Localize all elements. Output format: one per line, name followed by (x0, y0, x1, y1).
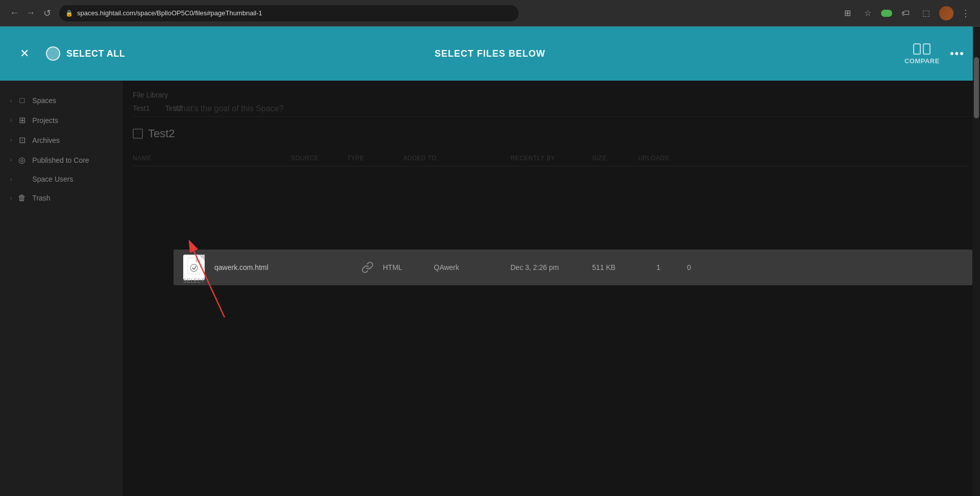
select-all-circle (46, 46, 60, 61)
published-icon: ◎ (17, 155, 27, 165)
compare-button[interactable]: COMPARE (904, 43, 940, 65)
arrow-icon: › (10, 137, 12, 143)
lock-icon: 🔒 (65, 10, 73, 17)
compare-icon (913, 43, 931, 55)
svg-rect-1 (923, 44, 930, 54)
content-area: File Library Test1 Test2 Test2 Name Sour… (122, 81, 980, 496)
project-title: Test2 (148, 127, 175, 140)
file-size: 511 KB (592, 263, 643, 271)
close-button[interactable]: ✕ (15, 44, 34, 63)
project-icon (133, 129, 143, 139)
browser-chrome: ← → ↺ 🔒 spaces.hightail.com/space/BplloO… (0, 0, 980, 27)
link-icon (352, 261, 383, 274)
sidebar-label-spaces: Spaces (32, 96, 56, 105)
file-owner: QAwerk (434, 263, 510, 271)
col-name: Name (133, 155, 286, 162)
address-bar[interactable]: 🔒 spaces.hightail.com/space/BplloOP5C0/f… (59, 5, 519, 21)
col-uploads: Uploads (638, 155, 679, 162)
extension-puzzle[interactable]: ⬚ (919, 6, 933, 20)
selection-toolbar: ✕ SELECT ALL SELECT FILES BELOW COMPARE … (0, 27, 980, 81)
col-size: Size (592, 155, 633, 162)
reload-button[interactable]: ↺ (41, 7, 53, 19)
arrow-icon: › (10, 117, 12, 123)
nav-buttons: ← → ↺ (8, 7, 53, 19)
avatar[interactable] (939, 6, 953, 20)
browser-actions: ⊞ ☆ 🏷 ⬚ ⋮ (840, 6, 972, 20)
url-text: spaces.hightail.com/space/BplloOP5C0/fil… (77, 9, 512, 17)
sidebar-item-archives[interactable]: › ⊡ Archives (0, 130, 122, 150)
trash-icon: 🗑 (17, 193, 27, 203)
file-library-label: File Library (133, 91, 970, 99)
arrow-icon: › (10, 195, 12, 201)
sidebar-label-trash: Trash (32, 194, 50, 202)
sidebar-item-published[interactable]: › ◎ Published to Core (0, 150, 122, 170)
arrow-icon: › (10, 98, 12, 104)
arrow-icon: › (10, 157, 12, 163)
select-files-label: SELECT FILES BELOW (434, 48, 545, 59)
sidebar-item-trash[interactable]: › 🗑 Trash (0, 188, 122, 208)
col-recently: Recently By (510, 155, 587, 162)
select-all-label: SELECT ALL (66, 48, 125, 59)
sidebar-label-projects: Projects (32, 116, 58, 125)
sidebar-item-projects[interactable]: › ⊞ Projects (0, 110, 122, 130)
file-row-container: SELECT qawerk.com.html HTML QAwerk Dec 3… (174, 250, 972, 285)
arrow-icon: › (10, 177, 12, 182)
forward-button[interactable]: → (24, 7, 37, 19)
table-header: Name Source Type Added To Recently By Si… (133, 151, 970, 166)
file-icon-area: SELECT (179, 252, 209, 283)
col-added: Added To (403, 155, 505, 162)
file-date: Dec 3, 2:26 pm (510, 263, 592, 271)
sidebar-label-space-users: Space Users (32, 175, 73, 183)
content-header: File Library Test1 Test2 Test2 Name Sour… (133, 91, 970, 166)
sidebar-item-spaces[interactable]: › □ Spaces (0, 91, 122, 110)
bookmark-icon[interactable]: ☆ (861, 6, 875, 20)
select-all-button[interactable]: SELECT ALL (46, 46, 125, 61)
project-title-row: Test2 (133, 127, 970, 140)
goal-placeholder: What's the goal of this Space? (174, 104, 284, 113)
file-comments: 0 (674, 263, 704, 271)
select-label: SELECT (183, 278, 205, 284)
translate-icon[interactable]: ⊞ (840, 6, 854, 20)
projects-icon: ⊞ (17, 115, 27, 125)
more-options-button[interactable]: ••• (950, 47, 965, 60)
scrollbar-thumb[interactable] (974, 57, 979, 118)
extension-tag[interactable]: 🏷 (898, 6, 913, 20)
back-button[interactable]: ← (8, 7, 20, 19)
col-type: Type (347, 155, 398, 162)
file-doc-icon (183, 255, 205, 280)
main-area: ✕ SELECT ALL SELECT FILES BELOW COMPARE … (0, 27, 980, 496)
tab-test1[interactable]: Test1 (133, 104, 150, 116)
sidebar-item-space-users[interactable]: › Space Users (0, 170, 122, 188)
extension-green[interactable] (881, 10, 892, 17)
sidebar-label-published: Published to Core (32, 156, 89, 164)
file-row[interactable]: SELECT qawerk.com.html HTML QAwerk Dec 3… (174, 250, 972, 285)
svg-rect-0 (914, 44, 920, 54)
scrollbar[interactable] (973, 27, 980, 496)
archives-icon: ⊡ (17, 135, 27, 145)
file-version: 1 (643, 263, 674, 271)
menu-button[interactable]: ⋮ (960, 7, 972, 19)
spaces-icon: □ (17, 96, 27, 105)
sidebar-label-archives: Archives (32, 136, 60, 144)
toolbar-right: COMPARE ••• (904, 43, 965, 65)
sidebar: › □ Spaces › ⊞ Projects › ⊡ Archives › ◎… (0, 81, 122, 496)
compare-label: COMPARE (904, 57, 940, 65)
file-name: qawerk.com.html (209, 263, 352, 271)
col-source: Source (291, 155, 342, 162)
file-type: HTML (383, 263, 434, 271)
